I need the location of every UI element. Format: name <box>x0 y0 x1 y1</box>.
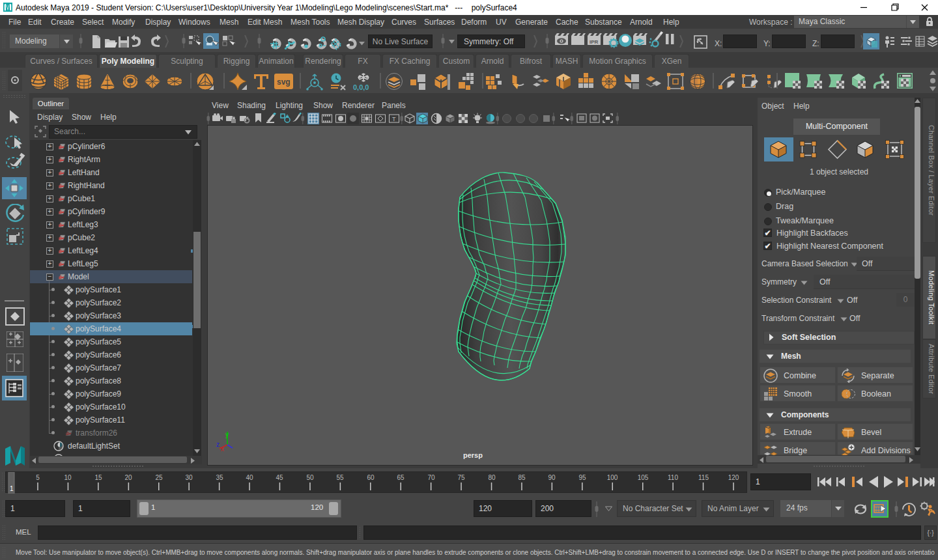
svg-text:80: 80 <box>488 474 496 481</box>
svg-text:65: 65 <box>397 474 405 481</box>
svg-text:IPR: IPR <box>590 39 599 45</box>
svg-text:30: 30 <box>185 474 193 481</box>
svg-text:75: 75 <box>457 474 465 481</box>
svg-text:55: 55 <box>336 474 344 481</box>
svg-text:z: z <box>216 441 220 448</box>
svg-text:70: 70 <box>427 474 435 481</box>
svg-text:15: 15 <box>94 474 102 481</box>
svg-text:svg: svg <box>277 77 291 87</box>
svg-text:105: 105 <box>638 474 649 481</box>
svg-text:10: 10 <box>64 474 72 481</box>
svg-text:y: y <box>225 431 229 438</box>
svg-text:90: 90 <box>548 474 556 481</box>
svg-text:60: 60 <box>367 474 375 481</box>
svg-text:45: 45 <box>276 474 283 481</box>
svg-text:110: 110 <box>668 474 678 481</box>
svg-text:5: 5 <box>36 474 40 481</box>
svg-text:35: 35 <box>216 474 223 481</box>
svg-text:40: 40 <box>246 474 253 481</box>
svg-text:T: T <box>392 116 396 122</box>
svg-text:x: x <box>221 445 224 451</box>
svg-text:0,0,0: 0,0,0 <box>353 83 369 91</box>
svg-text:100: 100 <box>607 474 618 481</box>
svg-text:115: 115 <box>698 474 709 481</box>
svg-text:1: 1 <box>10 485 14 492</box>
svg-text:50: 50 <box>306 474 314 481</box>
svg-text:85: 85 <box>518 474 526 481</box>
svg-text:120: 120 <box>728 474 739 481</box>
svg-text:95: 95 <box>578 474 586 481</box>
svg-text:20: 20 <box>124 474 132 481</box>
svg-text:25: 25 <box>155 474 163 481</box>
